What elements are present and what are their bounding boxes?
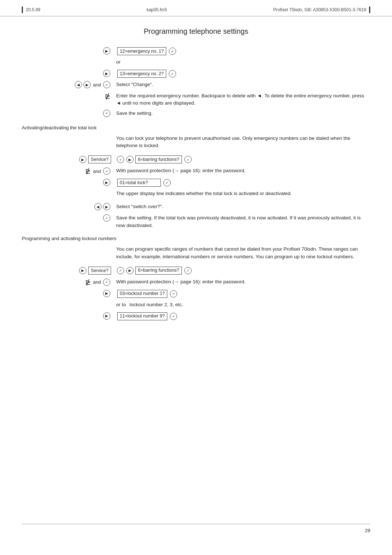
display-text: The upper display line indicates whether… — [116, 189, 370, 198]
header-right: Profiset 70isdn, GB: A30853-X300-B501-3-… — [273, 7, 370, 13]
and-label-2: and — [93, 169, 101, 174]
play-service-2: ▶ — [79, 267, 86, 274]
lockout1-box-row: 03=lockout number 1? ✓ — [116, 290, 370, 298]
emergency-block: ▶ 12=emergency no. 1? ✓ or — [22, 46, 370, 118]
play-lockout-1: ▶ — [103, 290, 110, 297]
check-total-lock: ✓ — [163, 179, 171, 186]
enter-number-row: ⋭ Enter the required emergency number. B… — [22, 92, 370, 107]
check-lockout9: ✓ — [170, 313, 177, 320]
switch-over-row: ◀ ▶ Select "switch over?". — [22, 202, 370, 212]
lockout1-box-text: 03=lockout number 1? ✓ — [116, 289, 370, 298]
nav-left-2: ◀ — [94, 203, 102, 210]
lockout9-box-row: 11=lockout number 9? ✓ — [116, 312, 370, 320]
check-service-1: ✓ — [117, 156, 124, 163]
switch-over-icons: ◀ ▶ — [22, 202, 116, 210]
total-lock-box-row-inner: 01=total lock? ✓ — [116, 179, 370, 187]
or-icon-col — [22, 58, 116, 58]
select-change-row: ◀ ▶ and ✓ Select "Change". — [22, 80, 370, 90]
play-service-1: ▶ — [79, 156, 86, 163]
header-left-bar — [22, 7, 23, 13]
check-barring-2: ✓ — [184, 267, 192, 274]
emergency-row2-text: 13=emergency no. 2? ✓ — [116, 69, 370, 78]
check-save-total: ✓ — [103, 214, 110, 222]
nav-icons-group: ◀ ▶ and ✓ — [74, 81, 111, 88]
service-icon-box-group-2: ▶ Service? — [78, 267, 111, 275]
header-file: kap05.fm5 — [147, 7, 167, 12]
emergency-box-1-row: 12=emergency no. 1? ✓ — [116, 47, 370, 55]
check-password-1: ✓ — [103, 167, 110, 175]
switch-over-text: Select "switch over?". — [116, 202, 370, 210]
display-text-row: The upper display line indicates whether… — [22, 189, 370, 200]
menu-icon-col: ⋭ — [22, 92, 116, 100]
lockout9-play-col: ▶ — [22, 312, 116, 320]
service-row-1: ▶ Service? ✓ ▶ 6=barring functions? ✓ — [22, 155, 370, 164]
emergency-row-2: ▶ 13=emergency no. 2? ✓ — [22, 69, 370, 78]
total-lock-box: 01=total lock? — [117, 179, 161, 187]
password-text-2: With password protection (→ page 16): en… — [116, 278, 370, 285]
or-to-icon — [22, 300, 116, 301]
total-lock-desc-icon — [22, 134, 116, 135]
check-service-2: ✓ — [117, 267, 124, 274]
header-left: 20.5.99 — [22, 7, 40, 13]
page-header: 20.5.99 kap05.fm5 Profiset 70isdn, GB: A… — [0, 0, 392, 16]
select-change-text: Select "Change". — [116, 80, 370, 88]
and-label-1: and — [93, 82, 101, 88]
nav-left-icon: ◀ — [75, 81, 82, 88]
emergency-row-1: ▶ 12=emergency no. 1? ✓ — [22, 46, 370, 56]
header-product: Profiset 70isdn, GB: A30853-X300-B501-3-… — [273, 7, 366, 12]
or-to-label: or to — [116, 302, 126, 307]
select-change-icons: ◀ ▶ and ✓ — [22, 80, 116, 88]
service-row2-icon: ▶ Service? — [22, 266, 116, 275]
and-label-3: and — [93, 279, 101, 285]
check-password-2: ✓ — [103, 279, 110, 286]
page-footer: 29 — [22, 524, 370, 533]
password-row-2: ⋭ and ✓ With password protection (→ page… — [22, 278, 370, 287]
total-lock-description: You can lock your telephone to prevent u… — [116, 134, 370, 150]
save-icon-col: ✓ — [22, 109, 116, 117]
check-icon-save: ✓ — [103, 110, 110, 117]
service-row1-text: ✓ ▶ 6=barring functions? ✓ — [116, 155, 370, 163]
emergency-row2-icon: ▶ — [22, 69, 116, 77]
password-text-1: With password protection (→ page 16): en… — [116, 166, 370, 174]
page-title: Programming telephone settings — [22, 27, 370, 36]
total-lock-desc-row: You can lock your telephone to prevent u… — [22, 134, 370, 153]
or-to-text: or to lockout number 2, 3, etc. — [116, 300, 370, 308]
save-setting-row: ✓ Save the setting. — [22, 109, 370, 118]
service-row2-text: ✓ ▶ 6=barring functions? ✓ — [116, 266, 370, 275]
lockout-block: Programming and activating lockout numbe… — [22, 236, 370, 321]
play-icon-1: ▶ — [103, 47, 110, 54]
nav-right-icon: ▶ — [83, 81, 91, 88]
menu-icon-2: ⋭ — [85, 167, 91, 175]
check-barring-1: ✓ — [184, 156, 192, 163]
header-date: 20.5.99 — [26, 7, 40, 12]
emergency-box-2-row: 13=emergency no. 2? ✓ — [116, 70, 370, 78]
barring-box-1-row: ✓ ▶ 6=barring functions? ✓ — [116, 155, 370, 163]
check-icon-1: ✓ — [169, 48, 176, 55]
lockout1-box: 03=lockout number 1? — [117, 290, 167, 298]
lockout-heading: Programming and activating lockout numbe… — [22, 236, 370, 241]
barring-box-2-row: ✓ ▶ 6=barring functions? ✓ — [116, 267, 370, 275]
play-barring-1: ▶ — [126, 156, 134, 163]
save-total-lock-row: ✓ Save the setting. If the total lock wa… — [22, 214, 370, 229]
page-container: 20.5.99 kap05.fm5 Profiset 70isdn, GB: A… — [0, 0, 392, 555]
display-text-icon — [22, 189, 116, 190]
or-to-row: or to lockout number 2, 3, etc. — [22, 300, 370, 310]
password-row-1: ⋭ and ✓ With password protection (→ page… — [22, 166, 370, 176]
play-icon-2: ▶ — [103, 70, 110, 77]
play-barring-2: ▶ — [126, 267, 134, 274]
save-total-lock-icon: ✓ — [22, 214, 116, 222]
emergency-row1-icon: ▶ — [22, 46, 116, 54]
lockout9-box: 11=lockout number 9? — [117, 312, 167, 320]
lockout-other-text: lockout number 2, 3, etc. — [130, 302, 183, 307]
enter-number-text: Enter the required emergency number. Bac… — [116, 92, 370, 107]
lockout-desc-row: You can program specific ranges of numbe… — [22, 245, 370, 264]
or-label: or — [116, 58, 370, 66]
switch-nav-group: ◀ ▶ — [94, 203, 111, 210]
barring-box-2: 6=barring functions? — [135, 267, 182, 275]
play-lockout-9: ▶ — [103, 312, 110, 320]
menu-and-check-1: ⋭ and ✓ — [85, 167, 111, 175]
main-content: ▶ 12=emergency no. 1? ✓ or — [0, 46, 392, 321]
lockout1-row: ▶ 03=lockout number 1? ✓ — [22, 289, 370, 299]
header-right-bar — [369, 7, 370, 13]
service-icon-box-group: ▶ Service? — [78, 155, 111, 163]
